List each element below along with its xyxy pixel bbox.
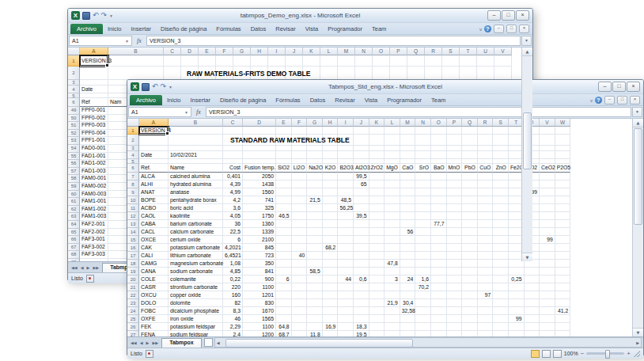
cell-A56[interactable]: FAD1-002 [80, 160, 108, 168]
cell-Q10[interactable] [462, 196, 478, 204]
cell-I3[interactable] [338, 146, 354, 151]
cell-R2[interactable] [425, 66, 442, 80]
cell-B7[interactable]: calcined alumina [169, 173, 223, 180]
cell-M20[interactable]: 24 [400, 276, 416, 283]
row-header-53[interactable]: 53 [68, 137, 80, 145]
cell-A25[interactable]: OXFE [139, 315, 169, 323]
cell-G12[interactable] [307, 212, 323, 220]
cell-L22[interactable] [385, 291, 400, 299]
cell-I19[interactable] [338, 268, 354, 276]
ribbon-tab-fórmulas[interactable]: Fórmulas [211, 24, 245, 34]
cell-E19[interactable] [276, 268, 292, 276]
cell-Q20[interactable] [462, 276, 478, 283]
formula-expand-icon[interactable]: ▼ [632, 107, 642, 117]
row-header-59[interactable]: 59 [68, 183, 80, 191]
cell-R7[interactable] [478, 173, 494, 180]
cell-V23[interactable] [540, 299, 555, 307]
cell-G4[interactable] [307, 151, 323, 159]
cell-C7[interactable]: 0,401 [223, 173, 243, 180]
cell-O17[interactable] [431, 252, 447, 260]
cell-R16[interactable] [478, 244, 494, 252]
cell-N2[interactable] [415, 135, 431, 146]
cell-A53[interactable]: FPF1-001 [80, 137, 108, 145]
cell-I27[interactable] [338, 331, 354, 336]
cell-K21[interactable] [369, 283, 385, 291]
cell-C18[interactable]: 1,08 [223, 260, 243, 268]
cell-J23[interactable] [354, 299, 369, 307]
cell-U20[interactable] [525, 276, 540, 283]
cell-A68[interactable]: FAF3-003 [80, 251, 108, 259]
cell-H13[interactable] [323, 220, 339, 228]
ribbon-tab-datos[interactable]: Datos [246, 24, 271, 34]
row-header-3[interactable]: 3 [68, 80, 80, 86]
cell-M24[interactable]: 32,58 [400, 307, 416, 315]
cell-F19[interactable] [292, 268, 308, 276]
column-header-F[interactable]: F [216, 48, 233, 55]
cell-O26[interactable] [431, 323, 447, 331]
cell-W11[interactable] [555, 204, 571, 212]
column-header-L[interactable]: L [385, 119, 400, 127]
row-header-66[interactable]: 66 [68, 236, 80, 244]
cell-O12[interactable] [431, 212, 447, 220]
cell-N8[interactable] [415, 180, 431, 188]
cell-H9[interactable] [323, 188, 339, 196]
cell-P21[interactable] [447, 283, 463, 291]
cell-N3[interactable] [415, 146, 431, 151]
cell-T20[interactable]: 0,25 [509, 276, 525, 283]
row-header-20[interactable]: 20 [127, 276, 139, 283]
cell-N1[interactable] [355, 55, 373, 66]
cell-I7[interactable] [338, 173, 354, 180]
cell-R8[interactable] [478, 180, 494, 188]
cell-S24[interactable] [493, 307, 509, 315]
cell-E15[interactable] [276, 236, 292, 244]
cell-M10[interactable] [400, 196, 416, 204]
cell-K11[interactable] [369, 204, 385, 212]
cell-E1[interactable] [199, 55, 216, 66]
ribbon-tab-vista[interactable]: Vista [360, 95, 383, 105]
row-header-61[interactable]: 61 [68, 198, 80, 206]
cell-B19[interactable]: sodium carbonate [169, 268, 223, 276]
cell-Q21[interactable] [462, 283, 478, 291]
cell-P24[interactable] [447, 307, 463, 315]
cell-L21[interactable] [385, 283, 400, 291]
cell-G18[interactable] [307, 260, 323, 268]
cell-P6[interactable]: MnO [447, 164, 463, 173]
save-icon[interactable] [142, 83, 150, 91]
cell-S10[interactable] [493, 196, 509, 204]
cell-E9[interactable] [276, 188, 292, 196]
cell-N12[interactable] [415, 212, 431, 220]
cell-Q18[interactable] [462, 260, 478, 268]
row-header-11[interactable]: 11 [127, 204, 139, 212]
cell-L14[interactable] [385, 228, 400, 236]
column-header-S[interactable]: S [442, 48, 460, 55]
row-header-1[interactable]: 1 [68, 55, 80, 66]
cell-H10[interactable] [323, 196, 339, 204]
ribbon-tab-revisar[interactable]: Revisar [271, 24, 300, 34]
name-box-dropdown-icon[interactable]: ▼ [125, 39, 129, 44]
cell-K16[interactable] [369, 244, 385, 252]
cell-V21[interactable] [540, 283, 555, 291]
cell-S1[interactable] [493, 127, 509, 135]
vscroll-thumb[interactable] [523, 112, 532, 169]
cell-D22[interactable]: 1201 [243, 291, 276, 299]
cell-R13[interactable] [478, 220, 494, 228]
cell-D1[interactable] [243, 127, 276, 135]
cell-F17[interactable]: 40 [292, 252, 308, 260]
row-header-18[interactable]: 18 [127, 260, 139, 268]
cell-F1[interactable] [216, 55, 233, 66]
cell-A11[interactable]: ACBO [139, 204, 169, 212]
cell-A62[interactable]: FAM1-002 [80, 206, 108, 214]
cell-A67[interactable]: FAF3-002 [80, 244, 108, 252]
cell-I9[interactable] [338, 188, 354, 196]
cell-N23[interactable] [415, 299, 431, 307]
cell-J25[interactable] [354, 315, 369, 323]
workbook-close-icon[interactable]: × [519, 25, 529, 33]
column-header-F[interactable]: F [292, 119, 308, 127]
column-header-W[interactable]: W [555, 119, 571, 127]
cell-E18[interactable] [276, 260, 292, 268]
name-box-dropdown-icon[interactable]: ▼ [184, 110, 188, 115]
cell-R17[interactable] [478, 252, 494, 260]
cell-A64[interactable]: FAF2-001 [80, 221, 108, 229]
cell-C20[interactable]: 0,22 [223, 276, 243, 283]
cell-E21[interactable] [276, 283, 292, 291]
